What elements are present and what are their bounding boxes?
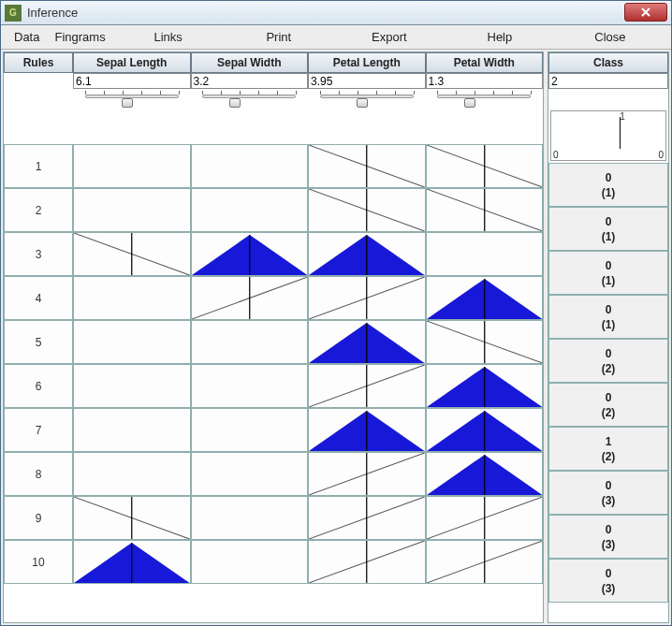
menu-close[interactable]: Close — [555, 26, 665, 48]
rule-number: 9 — [4, 496, 73, 540]
class-row: 0(3) — [548, 471, 668, 515]
left-panel: Rules Sepal Length Sepal Width Petal Len… — [3, 51, 544, 623]
rule-row: 6 — [4, 364, 543, 408]
axis-left: 0 — [553, 150, 559, 160]
slider-row-spacer — [4, 90, 73, 110]
menu-print[interactable]: Print — [224, 26, 334, 48]
header-petal-length[interactable]: Petal Length — [308, 52, 426, 73]
membership-cell — [308, 232, 426, 276]
menu-links[interactable]: Links — [113, 26, 224, 48]
membership-cell — [191, 276, 309, 320]
rule-number: 2 — [4, 188, 73, 232]
class-label: (3) — [602, 494, 616, 507]
membership-cell — [73, 452, 191, 496]
rule-row: 8 — [4, 452, 543, 496]
membership-cell — [191, 364, 309, 408]
membership-cell — [426, 276, 544, 320]
class-row: 0(3) — [548, 559, 668, 603]
rule-row: 1 — [4, 144, 543, 188]
class-mini-chart: 0 1 0 — [550, 110, 666, 161]
membership-cell — [426, 320, 544, 364]
class-row: 1(2) — [548, 427, 668, 471]
class-value: 0 — [606, 215, 612, 228]
class-value: 0 — [606, 259, 612, 272]
close-icon — [640, 7, 651, 18]
class-row: 0(1) — [548, 295, 668, 339]
class-row: 0(2) — [548, 339, 668, 383]
class-value: 0 — [606, 567, 612, 580]
class-label: (1) — [602, 274, 616, 287]
membership-cell — [191, 540, 309, 584]
header-class[interactable]: Class — [548, 52, 668, 73]
chart-bar — [620, 117, 621, 149]
membership-cell — [73, 408, 191, 452]
rule-row: 9 — [4, 496, 543, 540]
class-label: (2) — [602, 362, 616, 375]
membership-cell — [426, 452, 544, 496]
membership-cell — [73, 540, 191, 584]
class-row: 0(1) — [548, 251, 668, 295]
membership-cell — [426, 496, 544, 540]
membership-cell — [426, 188, 544, 232]
menu-help[interactable]: Help — [445, 26, 555, 48]
membership-cell — [308, 452, 426, 496]
membership-cell — [426, 144, 544, 188]
class-row: 0(3) — [548, 515, 668, 559]
slider-petal-width[interactable] — [437, 91, 531, 104]
membership-cell — [191, 232, 309, 276]
header-petal-width[interactable]: Petal Width — [426, 52, 544, 73]
slider-petal-length[interactable] — [320, 91, 414, 104]
input-sepal-width[interactable] — [191, 73, 309, 89]
header-sepal-length[interactable]: Sepal Length — [73, 52, 191, 73]
class-label: (2) — [602, 450, 616, 463]
app-window: G Inference Data Fingrams Links Print Ex… — [0, 0, 672, 626]
menu-export[interactable]: Export — [334, 26, 445, 48]
rule-row: 3 — [4, 232, 543, 276]
header-rules[interactable]: Rules — [4, 52, 73, 73]
slider-sepal-length[interactable] — [85, 91, 179, 104]
class-label: (1) — [602, 318, 616, 331]
input-sepal-length[interactable] — [73, 73, 191, 89]
class-label: (1) — [602, 230, 616, 243]
input-row — [4, 73, 543, 90]
class-label: (3) — [602, 538, 616, 551]
rule-number: 8 — [4, 452, 73, 496]
membership-cell — [426, 540, 544, 584]
menubar: Data Fingrams Links Print Export Help Cl… — [1, 25, 671, 50]
class-label: (1) — [602, 186, 616, 199]
membership-cell — [73, 320, 191, 364]
rule-row: 7 — [4, 408, 543, 452]
rule-number: 6 — [4, 364, 73, 408]
rule-row: 4 — [4, 276, 543, 320]
menu-data[interactable]: Data — [7, 26, 47, 48]
input-class[interactable] — [548, 73, 668, 89]
rule-number: 3 — [4, 232, 73, 276]
content-area: Rules Sepal Length Sepal Width Petal Len… — [1, 50, 671, 625]
rule-number: 7 — [4, 408, 73, 452]
membership-cell — [73, 276, 191, 320]
class-value: 0 — [606, 171, 612, 184]
membership-cell — [191, 320, 309, 364]
membership-cell — [191, 188, 309, 232]
input-petal-length[interactable] — [308, 73, 426, 89]
membership-cell — [308, 540, 426, 584]
membership-cell — [73, 364, 191, 408]
membership-cell — [426, 408, 544, 452]
membership-cell — [73, 188, 191, 232]
header-sepal-width[interactable]: Sepal Width — [191, 52, 309, 73]
membership-cell — [308, 144, 426, 188]
class-label: (3) — [602, 582, 616, 595]
menu-fingrams[interactable]: Fingrams — [47, 26, 112, 48]
membership-cell — [73, 232, 191, 276]
membership-cell — [191, 496, 309, 540]
membership-cell — [73, 144, 191, 188]
class-value: 0 — [606, 303, 612, 316]
slider-sepal-width[interactable] — [202, 91, 296, 104]
membership-cell — [73, 496, 191, 540]
app-icon: G — [5, 5, 22, 22]
class-row: 0(1) — [548, 207, 668, 251]
rule-number: 4 — [4, 276, 73, 320]
input-petal-width[interactable] — [426, 73, 544, 89]
window-close-button[interactable] — [624, 3, 667, 22]
class-row: 0(1) — [548, 163, 668, 207]
